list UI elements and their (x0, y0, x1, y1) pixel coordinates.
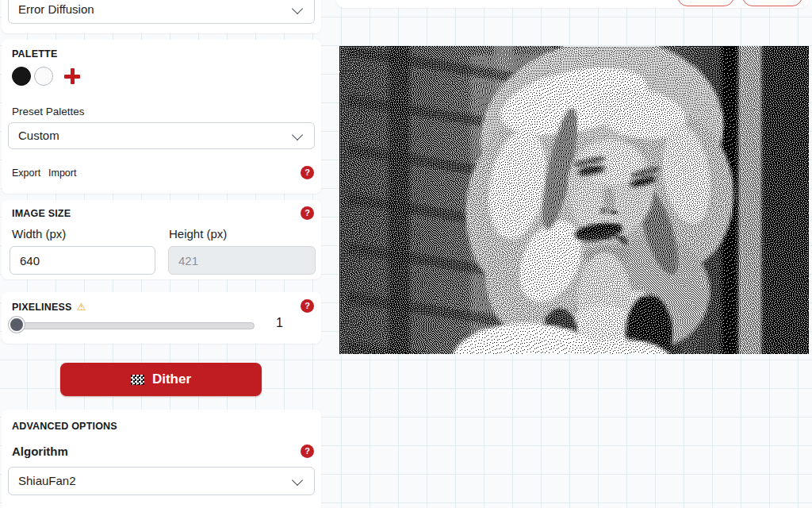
algorithm-select[interactable]: ShiauFan2 (8, 467, 315, 495)
algorithm-help-icon[interactable]: ? (301, 444, 314, 458)
chevron-down-icon (292, 129, 303, 140)
chevron-down-icon (292, 3, 303, 14)
dither-button-label: Dither (152, 371, 191, 387)
dither-button[interactable]: Dither (60, 363, 262, 396)
palette-help-icon[interactable]: ? (301, 166, 314, 179)
pixeliness-help-icon[interactable]: ? (301, 299, 314, 313)
image-size-card: IMAGE SIZE ? Width (px) Height (px) (2, 200, 321, 279)
width-input[interactable] (10, 246, 155, 275)
dither-style-select-value: Error Diffusion (18, 2, 94, 16)
dither-style-select[interactable]: Error Diffusion (8, 0, 315, 24)
chevron-down-icon (292, 475, 303, 486)
algorithm-label: Algorithm (12, 444, 68, 458)
preset-palettes-select-value: Custom (18, 129, 59, 142)
image-size-heading: IMAGE SIZE (12, 208, 71, 219)
preset-palettes-select[interactable]: Custom (8, 122, 315, 149)
export-button[interactable]: Export (12, 167, 40, 179)
pixeliness-slider-thumb[interactable] (9, 317, 25, 333)
dither-style-card: Error Diffusion (2, 0, 321, 33)
advanced-options-heading: ADVANCED OPTIONS (12, 421, 117, 432)
image-size-help-icon[interactable]: ? (301, 206, 314, 220)
pixeliness-heading-text: PIXELINESS (12, 302, 72, 313)
import-button[interactable]: Import (48, 167, 76, 179)
palette-heading: PALETTE (12, 48, 57, 60)
pixeliness-card: PIXELINESS⚠ ? 1 (2, 292, 321, 344)
add-color-icon[interactable] (63, 67, 81, 85)
cropped-action-button-2[interactable] (742, 0, 802, 6)
pixeliness-value: 1 (276, 316, 283, 330)
advanced-options-card: ADVANCED OPTIONS Algorithm ? ShiauFan2 (2, 410, 321, 508)
algorithm-select-value: ShiauFan2 (18, 474, 76, 487)
cropped-action-button-1[interactable] (677, 0, 734, 6)
warning-icon: ⚠ (77, 301, 86, 313)
pixeliness-heading: PIXELINESS⚠ (12, 301, 86, 313)
palette-swatch-black[interactable] (12, 67, 31, 86)
width-label: Width (px) (12, 227, 66, 241)
palette-swatch-white[interactable] (34, 67, 53, 86)
dithered-preview-image (339, 46, 809, 354)
height-label: Height (px) (169, 227, 227, 241)
height-input (168, 246, 316, 275)
dither-checkerboard-icon (131, 375, 144, 385)
preset-palettes-label: Preset Palettes (12, 106, 85, 117)
palette-card: PALETTE Preset Palettes Custom Export Im… (2, 40, 321, 194)
preview-header (336, 0, 809, 8)
pixeliness-slider-track[interactable] (11, 322, 255, 329)
